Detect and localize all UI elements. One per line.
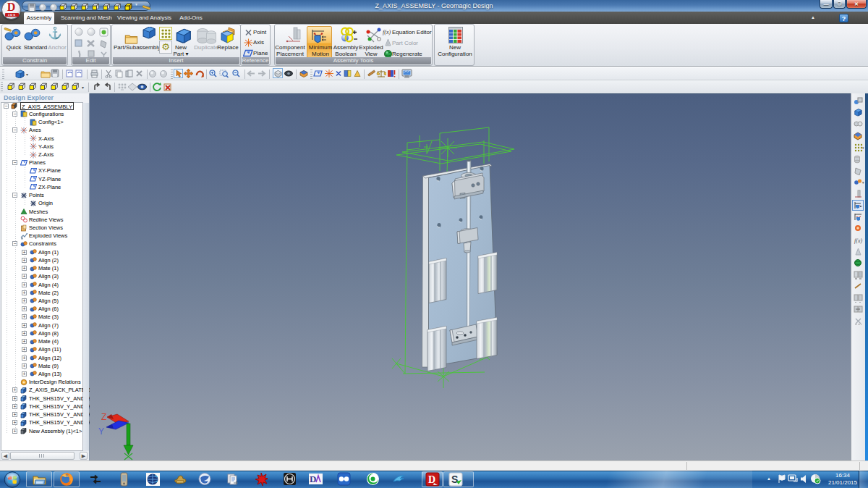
svg-text:S: S (451, 474, 458, 485)
svg-text:Z: Z (101, 412, 106, 422)
svg-text:Y: Y (98, 426, 104, 437)
svg-text:f(x): f(x) (854, 237, 862, 244)
svg-text:D: D (310, 474, 316, 484)
svg-text:f(x): f(x) (383, 29, 391, 35)
